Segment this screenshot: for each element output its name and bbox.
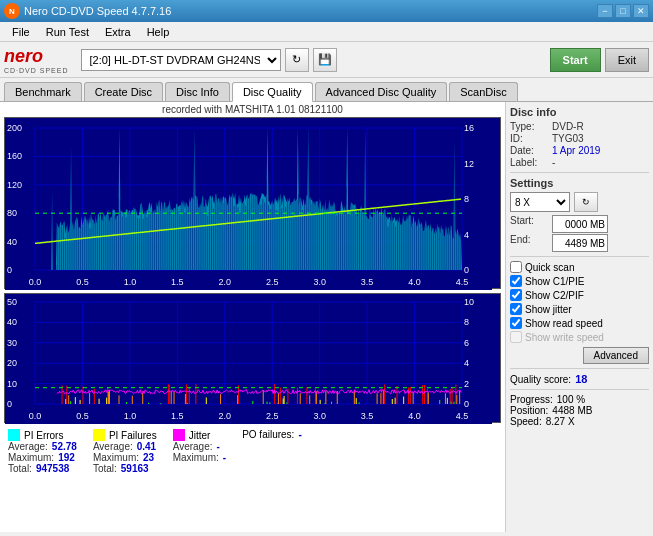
tab-disc-quality[interactable]: Disc Quality [232,82,313,102]
chart-area: recorded with MATSHITA 1.01 08121100 PI … [0,102,505,532]
position-value: 4488 MB [552,405,592,416]
start-input[interactable] [552,215,608,233]
show-jitter-label: Show jitter [525,304,572,315]
pi-errors-avg-value: 52.78 [52,441,77,452]
show-write-speed-label: Show write speed [525,332,604,343]
pi-errors-max-value: 192 [58,452,75,463]
show-write-speed-checkbox [510,331,522,343]
disc-id-row: ID: TYG03 [510,133,649,144]
disc-info-title: Disc info [510,106,649,118]
show-read-speed-checkbox[interactable] [510,317,522,329]
end-label: End: [510,234,548,252]
disc-date-row: Date: 1 Apr 2019 [510,145,649,156]
disc-date-label: Date: [510,145,548,156]
start-button[interactable]: Start [550,48,601,72]
disc-type-label: Type: [510,121,548,132]
speed-refresh-button[interactable]: ↻ [574,192,598,212]
tab-disc-info[interactable]: Disc Info [165,82,230,101]
pi-failures-avg-value: 0.41 [137,441,156,452]
close-button[interactable]: ✕ [633,4,649,18]
bottom-chart [4,293,501,423]
tab-benchmark[interactable]: Benchmark [4,82,82,101]
speed-label: Speed: [510,416,542,427]
disc-id-value: TYG03 [552,133,584,144]
tab-scandisc[interactable]: ScanDisc [449,82,517,101]
progress-label: Progress: [510,394,553,405]
show-jitter-checkbox[interactable] [510,303,522,315]
position-label: Position: [510,405,548,416]
pi-errors-total-label: Total: [8,463,32,474]
show-write-speed-row: Show write speed [510,331,649,343]
pi-failures-color [93,429,105,441]
jitter-avg-label: Average: [173,441,213,452]
nero-logo-text: nero [4,46,43,67]
save-button[interactable]: 💾 [313,48,337,72]
tabs: Benchmark Create Disc Disc Info Disc Qua… [0,78,653,102]
pi-errors-avg-label: Average: [8,441,48,452]
titlebar: N Nero CD-DVD Speed 4.7.7.16 − □ ✕ [0,0,653,22]
disc-type-row: Type: DVD-R [510,121,649,132]
maximize-button[interactable]: □ [615,4,631,18]
legend-jitter: Jitter Average: - Maximum: - [173,429,226,474]
disc-label-value: - [552,157,555,168]
disc-id-label: ID: [510,133,548,144]
right-panel: Disc info Type: DVD-R ID: TYG03 Date: 1 … [505,102,653,532]
menu-extra[interactable]: Extra [97,24,139,40]
menu-runtest[interactable]: Run Test [38,24,97,40]
show-c2pif-checkbox[interactable] [510,289,522,301]
tab-create-disc[interactable]: Create Disc [84,82,163,101]
speed-row: 8 X 4 X 12 X 16 X ↻ [510,192,649,212]
minimize-button[interactable]: − [597,4,613,18]
show-read-speed-row: Show read speed [510,317,649,329]
pi-errors-color [8,429,20,441]
po-failures-value: - [298,429,301,440]
pi-errors-max-label: Maximum: [8,452,54,463]
divider4 [510,389,649,390]
jitter-max-value: - [223,452,226,463]
speed-select[interactable]: 8 X 4 X 12 X 16 X [510,192,570,212]
app-icon: N [4,3,20,19]
quality-score-value: 18 [575,373,587,385]
recorded-label: recorded with MATSHITA 1.01 08121100 [4,104,501,115]
titlebar-left: N Nero CD-DVD Speed 4.7.7.16 [4,3,171,19]
show-c1pie-checkbox[interactable] [510,275,522,287]
divider1 [510,172,649,173]
show-jitter-row: Show jitter [510,303,649,315]
jitter-color [173,429,185,441]
divider2 [510,256,649,257]
jitter-max-label: Maximum: [173,452,219,463]
pi-failures-total-label: Total: [93,463,117,474]
menubar: File Run Test Extra Help [0,22,653,42]
disc-label-label: Label: [510,157,548,168]
end-input[interactable] [552,234,608,252]
nero-logo: nero CD·DVD SPEED [4,46,69,74]
end-row: End: [510,234,649,252]
po-failures-label: PO failures: [242,429,294,440]
tab-advanced-disc-quality[interactable]: Advanced Disc Quality [315,82,448,101]
start-row: Start: [510,215,649,233]
titlebar-controls: − □ ✕ [597,4,649,18]
quick-scan-label: Quick scan [525,262,574,273]
show-c1pie-row: Show C1/PIE [510,275,649,287]
pi-failures-max-label: Maximum: [93,452,139,463]
show-c1pie-label: Show C1/PIE [525,276,584,287]
refresh-button[interactable]: ↻ [285,48,309,72]
position-row: Position: 4488 MB [510,405,649,416]
advanced-button[interactable]: Advanced [583,347,649,364]
exit-button[interactable]: Exit [605,48,649,72]
start-label: Start: [510,215,548,233]
disc-label-row: Label: - [510,157,649,168]
speed-row2: Speed: 8.27 X [510,416,649,427]
quick-scan-checkbox[interactable] [510,261,522,273]
drive-select[interactable]: [2:0] HL-DT-ST DVDRAM GH24NSD0 LH00 [81,49,281,71]
menu-help[interactable]: Help [139,24,178,40]
pi-failures-max-value: 23 [143,452,154,463]
pi-failures-total-value: 59163 [121,463,149,474]
menu-file[interactable]: File [4,24,38,40]
jitter-label: Jitter [189,430,211,441]
progress-value: 100 % [557,394,585,405]
main-content: recorded with MATSHITA 1.01 08121100 PI … [0,102,653,532]
pi-failures-label: PI Failures [109,430,157,441]
legend-pi-failures: PI Failures Average: 0.41 Maximum: 23 To… [93,429,157,474]
settings-title: Settings [510,177,649,189]
